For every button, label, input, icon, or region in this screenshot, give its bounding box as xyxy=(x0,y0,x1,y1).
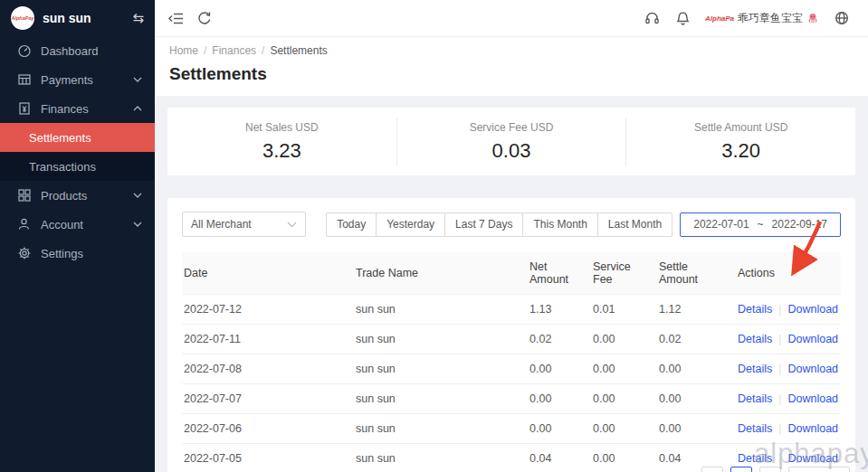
sidebar: AlphaPay sun sun ⇆ Dashboard Payments Fi… xyxy=(0,0,155,472)
table-cell: sun sun xyxy=(354,325,528,354)
table-cell: 1.13 xyxy=(528,295,591,325)
table-row: 2022-07-07sun sun0.000.000.00Details|Dow… xyxy=(182,384,841,414)
breadcrumb-item[interactable]: Finances xyxy=(212,44,256,57)
stat-settle-amount: Settle Amount USD 3.20 xyxy=(625,118,855,166)
download-link[interactable]: Download xyxy=(787,333,838,345)
payments-icon xyxy=(17,72,32,87)
download-link[interactable]: Download xyxy=(787,452,838,465)
products-icon xyxy=(17,188,32,203)
sidebar-item-products[interactable]: Products xyxy=(0,181,155,210)
details-link[interactable]: Details xyxy=(738,363,772,375)
globe-icon[interactable] xyxy=(834,10,850,26)
action-divider: | xyxy=(778,422,781,435)
svg-text:AlphaPay: AlphaPay xyxy=(705,14,734,23)
preset-yesterday-button[interactable]: Yesterday xyxy=(376,212,445,237)
table-cell: 2022-07-08 xyxy=(182,354,354,384)
table-row: 2022-07-06sun sun0.000.000.00Details|Dow… xyxy=(182,414,841,444)
headset-icon[interactable] xyxy=(644,10,660,26)
table-cell: 0.02 xyxy=(657,325,736,354)
pagination-page-1-button[interactable] xyxy=(730,467,752,472)
sidebar-item-settlements[interactable]: Settlements xyxy=(0,123,155,152)
pagination-next-button[interactable] xyxy=(759,467,781,472)
table-cell: 0.01 xyxy=(591,295,657,325)
pagination-page-size-select[interactable] xyxy=(788,467,850,472)
table-cell: 0.00 xyxy=(528,384,591,414)
pagination-prev-button[interactable] xyxy=(701,467,723,472)
table-cell: sun sun xyxy=(354,295,528,325)
preset-last-7-days-button[interactable]: Last 7 Days xyxy=(444,212,523,237)
action-divider: | xyxy=(778,333,781,345)
main-area: AlphaPay 乖巧章鱼宝宝 Home/Finances/Settlement… xyxy=(155,0,868,472)
sidebar-item-dashboard[interactable]: Dashboard xyxy=(0,36,155,65)
table-header-row: DateTrade NameNet AmountService FeeSettl… xyxy=(182,252,841,295)
table-cell: 2022-07-06 xyxy=(182,414,354,444)
details-link[interactable]: Details xyxy=(738,303,772,316)
breadcrumb-item[interactable]: Home xyxy=(169,44,198,57)
details-link[interactable]: Details xyxy=(738,392,772,405)
details-link[interactable]: Details xyxy=(738,333,772,345)
breadcrumb-item: Settlements xyxy=(270,44,327,57)
sidebar-item-payments[interactable]: Payments xyxy=(0,65,155,94)
table-body: 2022-07-12sun sun1.130.011.12Details|Dow… xyxy=(182,295,841,472)
alphapay-mini-logo: AlphaPay xyxy=(705,13,734,24)
table-cell: 0.02 xyxy=(528,325,591,354)
reload-icon[interactable] xyxy=(196,10,213,26)
details-link[interactable]: Details xyxy=(738,422,772,435)
dashboard-icon xyxy=(17,43,32,58)
breadcrumb-separator: / xyxy=(204,44,206,57)
sidebar-header: AlphaPay sun sun ⇆ xyxy=(0,0,155,36)
sidebar-collapse-icon[interactable]: ⇆ xyxy=(132,10,144,26)
table-cell: 0.00 xyxy=(657,384,736,414)
details-link[interactable]: Details xyxy=(738,452,772,465)
breadcrumb: Home/Finances/Settlements xyxy=(169,44,854,57)
download-link[interactable]: Download xyxy=(787,422,838,435)
sidebar-item-finances[interactable]: Finances xyxy=(0,94,155,123)
table-cell: 0.00 xyxy=(657,354,736,384)
menu-fold-icon[interactable] xyxy=(167,10,184,26)
sidebar-item-account[interactable]: Account xyxy=(0,210,155,239)
finances-icon xyxy=(17,101,32,116)
table-cell: 0.00 xyxy=(591,444,657,472)
page-title: Settlements xyxy=(169,64,854,84)
stats-card: Net Sales USD 3.23 Service Fee USD 0.03 … xyxy=(167,108,855,175)
table-cell: 0.04 xyxy=(528,444,591,472)
table-cell: 2022-07-12 xyxy=(182,295,354,325)
download-link[interactable]: Download xyxy=(787,363,838,375)
actions-cell: Details|Download xyxy=(736,354,841,384)
bell-icon[interactable] xyxy=(674,10,691,26)
preset-last-month-button[interactable]: Last Month xyxy=(597,212,672,237)
user-menu[interactable]: AlphaPay 乖巧章鱼宝宝 xyxy=(705,11,819,26)
table-row: 2022-07-08sun sun0.000.000.00Details|Dow… xyxy=(182,354,841,384)
finances-submenu: Settlements Transactions xyxy=(0,123,155,181)
table-cell: 1.12 xyxy=(657,295,736,325)
column-header: Settle Amount xyxy=(657,252,736,295)
merchant-name: sun sun xyxy=(43,11,124,25)
chevron-down-icon xyxy=(133,193,142,198)
table-cell: sun sun xyxy=(354,384,528,414)
chevron-down-icon xyxy=(133,222,142,227)
date-range-picker[interactable]: 2022-07-01 ~ 2022-09-17 xyxy=(680,212,841,237)
column-header: Trade Name xyxy=(354,252,528,295)
preset-today-button[interactable]: Today xyxy=(326,212,377,237)
table-cell: 0.00 xyxy=(528,414,591,444)
preset-this-month-button[interactable]: This Month xyxy=(522,212,597,237)
chevron-up-icon xyxy=(133,106,142,111)
download-link[interactable]: Download xyxy=(787,392,838,405)
topbar: AlphaPay 乖巧章鱼宝宝 xyxy=(155,0,868,36)
column-header: Service Fee xyxy=(591,252,657,295)
table-cell: 2022-07-07 xyxy=(182,384,354,414)
octopus-icon xyxy=(806,12,819,24)
settings-icon xyxy=(17,246,32,260)
table-cell: 2022-07-11 xyxy=(182,325,354,354)
table-cell: sun sun xyxy=(354,444,528,472)
download-link[interactable]: Download xyxy=(787,303,838,316)
action-divider: | xyxy=(778,363,781,375)
merchant-select[interactable]: All Merchant xyxy=(182,212,306,237)
stat-net-sales: Net Sales USD 3.23 xyxy=(167,118,396,166)
table-cell: 0.00 xyxy=(591,414,657,444)
sidebar-item-settings[interactable]: Settings xyxy=(0,239,155,268)
table-row: 2022-07-12sun sun1.130.011.12Details|Dow… xyxy=(182,295,841,325)
sidebar-item-transactions[interactable]: Transactions xyxy=(0,152,155,181)
action-divider: | xyxy=(778,303,781,316)
pagination xyxy=(701,467,850,472)
